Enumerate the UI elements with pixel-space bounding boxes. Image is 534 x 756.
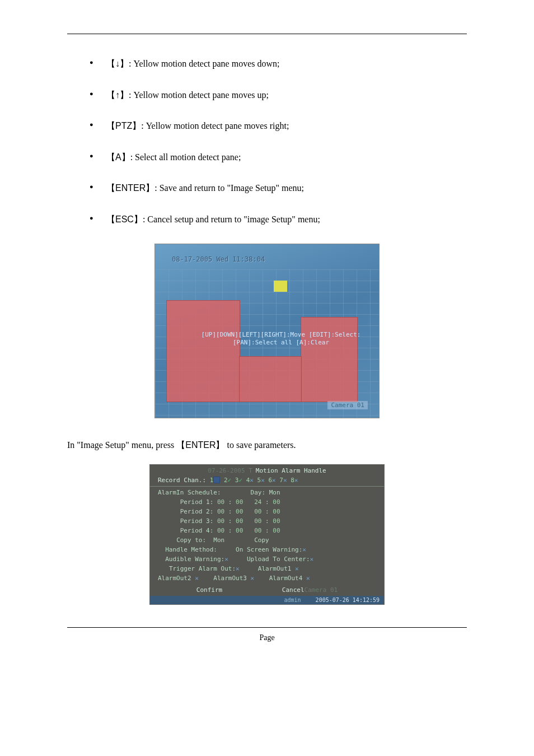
period-m1[interactable]: 00 (236, 498, 243, 506)
cross-icon[interactable]: ✕ (236, 565, 240, 572)
chan-6[interactable]: 6✕ (268, 477, 275, 484)
top-rule (67, 34, 467, 34)
key-bracket: 【PTZ】 (106, 121, 141, 130)
period-label: Period 1: (180, 498, 214, 506)
chan-4[interactable]: 4✕ (246, 477, 254, 484)
grid-timestamp: 08-17-2005 Wed 11:38:04 (172, 255, 265, 263)
cross-icon[interactable]: ✕ (224, 556, 228, 563)
audible-label: Audible Warning: (165, 556, 224, 563)
motion-area (166, 300, 240, 402)
period-label: Period 4: (180, 527, 214, 534)
period-h2[interactable]: 00 (254, 517, 261, 525)
cross-icon[interactable]: ✕ (251, 575, 255, 582)
key-desc: : Yellow motion detect pane moves down; (129, 59, 279, 68)
period-label: Period 2: (180, 508, 214, 515)
period-m2[interactable]: 00 (273, 527, 280, 534)
handle-row: Handle Method: On Screen Warning:✕ (150, 545, 384, 554)
cross-icon[interactable]: ✕ (310, 556, 314, 563)
chan-3[interactable]: 3✓ (235, 477, 242, 484)
screenshot-alarm-handle: 07-26-2005 TMotion Alarm Handle Record C… (149, 464, 385, 605)
cross-icon[interactable]: ✕ (306, 575, 310, 582)
period-row: Period 1: 00 : 00 24 : 00 (150, 497, 384, 507)
period-m2[interactable]: 00 (273, 517, 280, 525)
confirm-row: Confirm CancelCamera 01 (150, 583, 384, 596)
cross-icon[interactable]: ✕ (302, 546, 306, 553)
chan-1[interactable]: 1 (210, 477, 221, 484)
cancel-button: Cancel (282, 586, 305, 594)
alarmout3-label: AlarmOut3 (213, 575, 247, 582)
handle-method-label: Handle Method: (165, 546, 217, 553)
alarmout2-label: AlarmOut2 (158, 575, 191, 582)
copy-to-value[interactable]: Mon (213, 536, 224, 544)
figure-motion-grid: 08-17-2005 Wed 11:38:04 [UP][DOWN][LEFT]… (67, 244, 467, 421)
period-m1[interactable]: 00 (236, 527, 243, 534)
key-symbol: A (115, 152, 121, 162)
status-bar: admin 2005-07-26 14:12:59 (150, 596, 384, 604)
period-h1[interactable]: 00 (217, 508, 224, 515)
key-bracket: 【A】 (106, 152, 130, 162)
confirm-button[interactable]: Confirm (196, 586, 222, 594)
bottom-rule (67, 627, 467, 628)
copy-row: Copy to: Mon Copy (150, 535, 384, 545)
period-h1[interactable]: 00 (217, 517, 224, 525)
period-m2[interactable]: 00 (273, 508, 280, 515)
trigger-row: Trigger Alarm Out:✕ AlarmOut1 ✕ (150, 564, 384, 573)
period-h2[interactable]: 00 (254, 508, 261, 515)
alarmout-row: AlarmOut2 ✕ AlarmOut3 ✕ AlarmOut4 ✕ (150, 573, 384, 583)
period-h1[interactable]: 00 (217, 498, 224, 506)
cross-icon[interactable]: ✕ (295, 565, 299, 572)
period-h1[interactable]: 00 (217, 527, 224, 534)
schedule-row: AlarmIn Schedule: Day: Mon (150, 488, 384, 497)
period-m1[interactable]: 00 (236, 517, 243, 525)
cross-icon[interactable]: ✕ (195, 575, 199, 582)
hint-line1: [UP][DOWN][LEFT][RIGHT]:Move [EDIT]:Sele… (194, 331, 368, 339)
period-h2[interactable]: 24 (254, 498, 261, 506)
key-item: 【PTZ】: Yellow motion detect pane moves r… (90, 119, 467, 133)
key-symbol: ↑ (115, 90, 120, 100)
trigger-label: Trigger Alarm Out: (169, 565, 236, 572)
chan-2[interactable]: 2✓ (224, 477, 231, 484)
alarmout1-label: AlarmOut1 (258, 565, 292, 572)
chan-5[interactable]: 5✕ (257, 477, 265, 484)
policy-prefix: In "Image Setup" menu, press (67, 440, 174, 450)
cross-icon: ✕ (261, 477, 265, 484)
chan-8[interactable]: 8✕ (291, 477, 298, 484)
policy-suffix: to save parameters. (227, 440, 296, 450)
key-item: 【ENTER】: Save and return to "Image Setup… (90, 181, 467, 195)
alarmout4-label: AlarmOut4 (269, 575, 303, 582)
key-desc: : Yellow motion detect pane moves right; (141, 121, 289, 130)
period-h2[interactable]: 00 (254, 527, 261, 534)
check-icon: ✓ (228, 477, 232, 484)
status-user: admin (284, 597, 301, 603)
key-desc: : Select all motion detect pane; (130, 152, 241, 162)
policy-paragraph: In "Image Setup" menu, press 【ENTER】 to … (67, 437, 467, 454)
key-symbol: ENTER (185, 440, 216, 450)
record-chan-row: Record Chan.: 1 2✓ 3✓ 4✕ 5✕ 6✕ 7✕ 8✕ (150, 475, 384, 485)
figure-alarm-handle: 07-26-2005 TMotion Alarm Handle Record C… (67, 464, 467, 605)
period-m1[interactable]: 00 (236, 508, 243, 515)
key-item: 【A】: Select all motion detect pane; (90, 150, 467, 165)
onscreen-label: On Screen Warning: (236, 546, 302, 553)
status-time: 2005-07-26 14:12:59 (316, 597, 380, 603)
key-bracket: 【ENTER】 (176, 440, 224, 450)
motion-area (239, 356, 302, 402)
key-list: 【↓】: Yellow motion detect pane moves dow… (67, 57, 467, 227)
ghost-camera: Camera 01 (305, 586, 338, 594)
grid-hint: [UP][DOWN][LEFT][RIGHT]:Move [EDIT]:Sele… (194, 331, 368, 347)
cancel-wrap[interactable]: CancelCamera 01 (282, 586, 338, 594)
dialog-title: Motion Alarm Handle (256, 467, 326, 474)
schedule-label: AlarmIn Schedule: (158, 489, 221, 496)
period-row: Period 4: 00 : 00 00 : 00 (150, 526, 384, 535)
copy-button[interactable]: Copy (254, 536, 269, 544)
period-m2[interactable]: 00 (273, 498, 280, 506)
screenshot-motion-grid: 08-17-2005 Wed 11:38:04 [UP][DOWN][LEFT]… (154, 244, 380, 418)
chan-7[interactable]: 7✕ (279, 477, 287, 484)
checkbox-icon (213, 477, 220, 483)
cross-icon: ✕ (272, 477, 276, 484)
cross-icon: ✕ (250, 477, 254, 484)
key-item: 【ESC】: Cancel setup and return to "image… (90, 212, 467, 227)
day-value[interactable]: Mon (269, 489, 280, 496)
audible-row: Audible Warning:✕ Upload To Center:✕ (150, 554, 384, 564)
key-desc: : Cancel setup and return to "image Setu… (143, 214, 320, 224)
key-bracket: 【ENTER】 (106, 183, 154, 193)
